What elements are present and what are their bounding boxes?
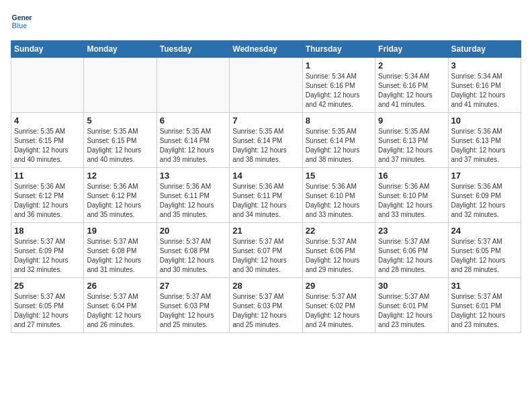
calendar-cell: 28Sunrise: 5:37 AM Sunset: 6:03 PM Dayli… xyxy=(230,278,302,333)
page-header: General Blue xyxy=(11,11,521,32)
calendar-cell: 22Sunrise: 5:37 AM Sunset: 6:06 PM Dayli… xyxy=(302,223,375,278)
day-number: 27 xyxy=(160,281,226,291)
day-number: 20 xyxy=(160,226,226,236)
cell-info: Sunrise: 5:34 AM Sunset: 6:16 PM Dayligh… xyxy=(306,72,372,109)
svg-text:Blue: Blue xyxy=(12,22,28,30)
cell-info: Sunrise: 5:37 AM Sunset: 6:08 PM Dayligh… xyxy=(87,237,153,275)
day-number: 22 xyxy=(306,226,372,236)
day-number: 8 xyxy=(306,116,372,126)
cell-info: Sunrise: 5:37 AM Sunset: 6:03 PM Dayligh… xyxy=(160,292,226,330)
calendar-cell: 8Sunrise: 5:35 AM Sunset: 6:14 PM Daylig… xyxy=(302,113,375,168)
day-number: 23 xyxy=(378,226,445,236)
calendar-cell: 29Sunrise: 5:37 AM Sunset: 6:02 PM Dayli… xyxy=(302,278,375,333)
cell-info: Sunrise: 5:37 AM Sunset: 6:08 PM Dayligh… xyxy=(160,237,226,275)
day-number: 15 xyxy=(306,171,372,181)
calendar-cell: 14Sunrise: 5:36 AM Sunset: 6:11 PM Dayli… xyxy=(230,168,302,223)
calendar-cell: 11Sunrise: 5:36 AM Sunset: 6:12 PM Dayli… xyxy=(11,168,84,223)
day-number: 31 xyxy=(451,281,518,291)
day-number: 30 xyxy=(378,281,445,291)
calendar-cell: 9Sunrise: 5:35 AM Sunset: 6:13 PM Daylig… xyxy=(375,113,448,168)
day-number: 5 xyxy=(87,116,153,126)
cell-info: Sunrise: 5:36 AM Sunset: 6:09 PM Dayligh… xyxy=(451,182,518,220)
cell-info: Sunrise: 5:34 AM Sunset: 6:16 PM Dayligh… xyxy=(451,72,518,109)
day-number: 16 xyxy=(378,171,445,181)
calendar-cell: 18Sunrise: 5:37 AM Sunset: 6:09 PM Dayli… xyxy=(11,223,84,278)
cell-info: Sunrise: 5:35 AM Sunset: 6:14 PM Dayligh… xyxy=(160,127,226,165)
calendar-cell: 19Sunrise: 5:37 AM Sunset: 6:08 PM Dayli… xyxy=(84,223,157,278)
cell-info: Sunrise: 5:35 AM Sunset: 6:15 PM Dayligh… xyxy=(87,127,153,165)
week-row-5: 25Sunrise: 5:37 AM Sunset: 6:05 PM Dayli… xyxy=(11,278,521,333)
calendar-cell: 24Sunrise: 5:37 AM Sunset: 6:05 PM Dayli… xyxy=(448,223,521,278)
day-number: 7 xyxy=(232,116,299,126)
cell-info: Sunrise: 5:37 AM Sunset: 6:01 PM Dayligh… xyxy=(378,292,445,330)
cell-info: Sunrise: 5:37 AM Sunset: 6:06 PM Dayligh… xyxy=(378,237,445,275)
calendar-cell: 3Sunrise: 5:34 AM Sunset: 6:16 PM Daylig… xyxy=(448,58,521,113)
day-number: 18 xyxy=(14,226,81,236)
cell-info: Sunrise: 5:37 AM Sunset: 6:06 PM Dayligh… xyxy=(306,237,372,275)
calendar-cell: 6Sunrise: 5:35 AM Sunset: 6:14 PM Daylig… xyxy=(157,113,229,168)
day-number: 24 xyxy=(451,226,518,236)
calendar-cell: 15Sunrise: 5:36 AM Sunset: 6:10 PM Dayli… xyxy=(302,168,375,223)
day-number: 12 xyxy=(87,171,153,181)
calendar-cell: 23Sunrise: 5:37 AM Sunset: 6:06 PM Dayli… xyxy=(375,223,448,278)
calendar-cell xyxy=(11,58,84,113)
cell-info: Sunrise: 5:37 AM Sunset: 6:05 PM Dayligh… xyxy=(451,237,518,275)
calendar-cell: 4Sunrise: 5:35 AM Sunset: 6:15 PM Daylig… xyxy=(11,113,84,168)
calendar-table: SundayMondayTuesdayWednesdayThursdayFrid… xyxy=(11,40,521,333)
cell-info: Sunrise: 5:37 AM Sunset: 6:03 PM Dayligh… xyxy=(232,292,299,330)
cell-info: Sunrise: 5:36 AM Sunset: 6:11 PM Dayligh… xyxy=(160,182,226,220)
calendar-cell: 26Sunrise: 5:37 AM Sunset: 6:04 PM Dayli… xyxy=(84,278,157,333)
calendar-cell: 10Sunrise: 5:36 AM Sunset: 6:13 PM Dayli… xyxy=(448,113,521,168)
calendar-cell: 31Sunrise: 5:37 AM Sunset: 6:01 PM Dayli… xyxy=(448,278,521,333)
cell-info: Sunrise: 5:35 AM Sunset: 6:14 PM Dayligh… xyxy=(306,127,372,165)
day-number: 3 xyxy=(451,60,518,71)
calendar-cell: 20Sunrise: 5:37 AM Sunset: 6:08 PM Dayli… xyxy=(157,223,229,278)
calendar-cell xyxy=(230,58,302,113)
calendar-cell: 1Sunrise: 5:34 AM Sunset: 6:16 PM Daylig… xyxy=(302,58,375,113)
calendar-cell: 17Sunrise: 5:36 AM Sunset: 6:09 PM Dayli… xyxy=(448,168,521,223)
day-number: 14 xyxy=(232,171,299,181)
day-number: 29 xyxy=(306,281,372,291)
col-header-tuesday: Tuesday xyxy=(157,41,229,58)
cell-info: Sunrise: 5:35 AM Sunset: 6:13 PM Dayligh… xyxy=(378,127,445,165)
calendar-cell: 2Sunrise: 5:34 AM Sunset: 6:16 PM Daylig… xyxy=(375,58,448,113)
day-number: 4 xyxy=(14,116,81,126)
day-number: 25 xyxy=(14,281,81,291)
col-header-thursday: Thursday xyxy=(302,41,375,58)
week-row-2: 4Sunrise: 5:35 AM Sunset: 6:15 PM Daylig… xyxy=(11,113,521,168)
week-row-4: 18Sunrise: 5:37 AM Sunset: 6:09 PM Dayli… xyxy=(11,223,521,278)
cell-info: Sunrise: 5:35 AM Sunset: 6:14 PM Dayligh… xyxy=(232,127,299,165)
day-number: 2 xyxy=(378,60,445,71)
cell-info: Sunrise: 5:36 AM Sunset: 6:10 PM Dayligh… xyxy=(378,182,445,220)
day-number: 21 xyxy=(232,226,299,236)
cell-info: Sunrise: 5:36 AM Sunset: 6:12 PM Dayligh… xyxy=(87,182,153,220)
calendar-cell: 30Sunrise: 5:37 AM Sunset: 6:01 PM Dayli… xyxy=(375,278,448,333)
calendar-cell xyxy=(157,58,229,113)
cell-info: Sunrise: 5:34 AM Sunset: 6:16 PM Dayligh… xyxy=(378,72,445,109)
calendar-cell: 27Sunrise: 5:37 AM Sunset: 6:03 PM Dayli… xyxy=(157,278,229,333)
cell-info: Sunrise: 5:37 AM Sunset: 6:02 PM Dayligh… xyxy=(306,292,372,330)
calendar-cell: 5Sunrise: 5:35 AM Sunset: 6:15 PM Daylig… xyxy=(84,113,157,168)
cell-info: Sunrise: 5:37 AM Sunset: 6:01 PM Dayligh… xyxy=(451,292,518,330)
col-header-saturday: Saturday xyxy=(448,41,521,58)
calendar-cell: 25Sunrise: 5:37 AM Sunset: 6:05 PM Dayli… xyxy=(11,278,84,333)
day-number: 19 xyxy=(87,226,153,236)
day-number: 11 xyxy=(14,171,81,181)
cell-info: Sunrise: 5:37 AM Sunset: 6:09 PM Dayligh… xyxy=(14,237,81,275)
logo-icon: General Blue xyxy=(11,11,32,32)
cell-info: Sunrise: 5:36 AM Sunset: 6:11 PM Dayligh… xyxy=(232,182,299,220)
cell-info: Sunrise: 5:36 AM Sunset: 6:13 PM Dayligh… xyxy=(451,127,518,165)
calendar-cell xyxy=(84,58,157,113)
day-number: 17 xyxy=(451,171,518,181)
cell-info: Sunrise: 5:36 AM Sunset: 6:12 PM Dayligh… xyxy=(14,182,81,220)
col-header-monday: Monday xyxy=(84,41,157,58)
calendar-cell: 12Sunrise: 5:36 AM Sunset: 6:12 PM Dayli… xyxy=(84,168,157,223)
day-number: 26 xyxy=(87,281,153,291)
col-header-sunday: Sunday xyxy=(11,41,84,58)
cell-info: Sunrise: 5:37 AM Sunset: 6:07 PM Dayligh… xyxy=(232,237,299,275)
calendar-cell: 13Sunrise: 5:36 AM Sunset: 6:11 PM Dayli… xyxy=(157,168,229,223)
header-row: SundayMondayTuesdayWednesdayThursdayFrid… xyxy=(11,41,521,58)
day-number: 1 xyxy=(306,60,372,71)
day-number: 6 xyxy=(160,116,226,126)
calendar-cell: 16Sunrise: 5:36 AM Sunset: 6:10 PM Dayli… xyxy=(375,168,448,223)
